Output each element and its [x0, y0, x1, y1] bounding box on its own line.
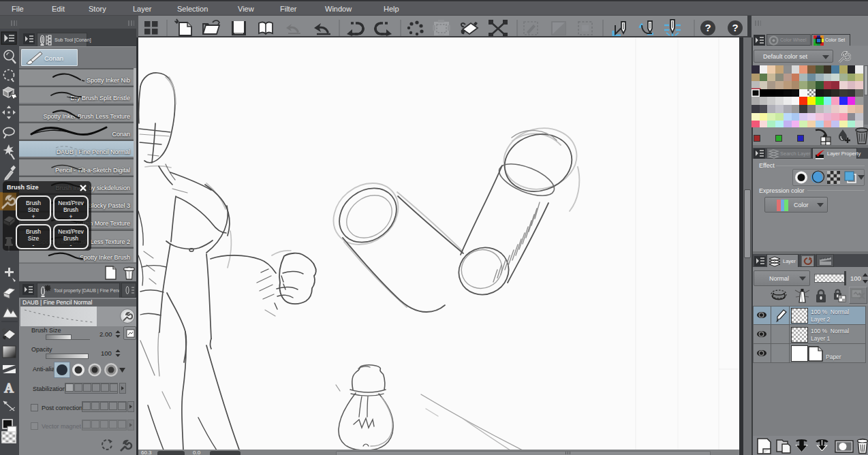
svg-text:A: A [4, 381, 14, 395]
svg-text:?: ? [704, 22, 711, 33]
svg-text:?: ? [732, 22, 738, 33]
